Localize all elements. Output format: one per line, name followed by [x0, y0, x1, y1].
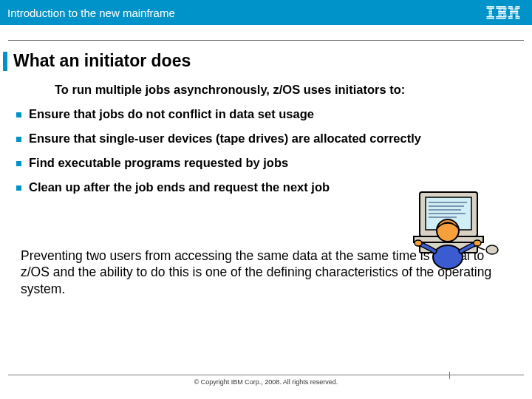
bullet-text: Find executable programs requested by jo…: [29, 156, 288, 170]
bullet-dot-icon: [16, 161, 21, 166]
person-at-computer-icon: [398, 186, 501, 275]
svg-rect-20: [508, 7, 514, 9]
svg-rect-14: [498, 15, 502, 16]
svg-rect-31: [516, 16, 520, 18]
svg-rect-29: [516, 15, 519, 16]
svg-rect-11: [503, 10, 507, 11]
svg-rect-12: [498, 11, 506, 13]
title-row: What an initiator does: [0, 51, 532, 71]
svg-rect-17: [496, 18, 506, 19]
slide-subtitle: To run multiple jobs asynchronously, z/O…: [55, 83, 532, 97]
bullet-dot-icon: [16, 112, 21, 117]
bullet-item: Ensure that single-user devices (tape dr…: [16, 132, 516, 146]
svg-rect-5: [489, 15, 493, 16]
svg-rect-4: [489, 13, 493, 14]
svg-rect-7: [487, 18, 495, 19]
svg-rect-27: [516, 13, 519, 14]
svg-rect-10: [498, 10, 502, 11]
bullet-list: Ensure that jobs do not conflict in data…: [0, 107, 532, 194]
svg-rect-22: [510, 10, 514, 11]
slide-title: What an initiator does: [13, 51, 191, 71]
svg-rect-26: [514, 13, 515, 14]
bullet-item: Ensure that jobs do not conflict in data…: [16, 107, 516, 121]
svg-rect-19: [516, 6, 520, 7]
svg-rect-3: [489, 11, 493, 13]
bullet-dot-icon: [16, 137, 21, 142]
footer: © Copyright IBM Corp., 2008. All rights …: [0, 375, 532, 386]
footer-divider: [8, 375, 524, 375]
bullet-text: Ensure that single-user devices (tape dr…: [29, 132, 421, 146]
copyright-text: © Copyright IBM Corp., 2008. All rights …: [194, 378, 338, 386]
svg-rect-13: [498, 13, 506, 14]
svg-rect-15: [503, 15, 507, 16]
svg-rect-1: [487, 7, 495, 9]
header-title: Introduction to the new mainframe: [7, 7, 175, 19]
header-bar: Introduction to the new mainframe: [0, 0, 532, 25]
svg-rect-21: [515, 7, 520, 9]
bullet-dot-icon: [16, 185, 21, 191]
svg-rect-2: [489, 10, 493, 11]
svg-point-45: [433, 245, 463, 269]
svg-rect-6: [487, 16, 495, 18]
svg-rect-16: [496, 16, 506, 18]
svg-rect-0: [487, 6, 495, 7]
svg-rect-32: [508, 18, 513, 19]
bullet-item: Find executable programs requested by jo…: [16, 156, 516, 170]
bullet-text: Clean up after the job ends and request …: [29, 180, 330, 194]
svg-rect-30: [508, 16, 513, 18]
title-accent-bar: [3, 52, 7, 71]
horizontal-divider: [8, 40, 524, 41]
svg-rect-9: [496, 7, 506, 9]
svg-rect-33: [516, 18, 520, 19]
svg-rect-8: [496, 6, 506, 7]
svg-point-46: [415, 240, 422, 246]
svg-rect-18: [508, 6, 513, 7]
svg-rect-24: [510, 11, 518, 13]
bullet-text: Ensure that jobs do not conflict in data…: [29, 107, 314, 121]
svg-point-43: [486, 245, 498, 254]
svg-rect-28: [510, 15, 513, 16]
svg-rect-23: [514, 10, 518, 11]
svg-point-47: [474, 240, 481, 246]
ibm-logo: [486, 6, 520, 19]
svg-rect-25: [510, 13, 513, 14]
